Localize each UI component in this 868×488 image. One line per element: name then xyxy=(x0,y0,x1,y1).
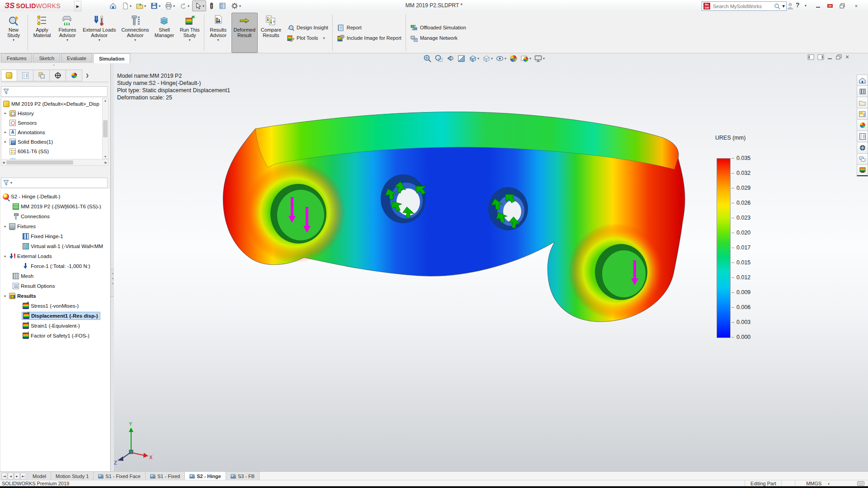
tree-item-external-loads[interactable]: ▾ External Loads xyxy=(1,251,110,261)
tree-item-solid-bodies[interactable]: ▸ Solid Bodies(1) xyxy=(1,137,103,146)
tab-dimxpert-manager[interactable] xyxy=(50,70,66,81)
tree-item-force[interactable]: Force-1 (:Total: -1,000 N:) xyxy=(1,261,110,271)
tree-item-material[interactable]: 6061-T6 (SS) xyxy=(1,146,103,156)
dropdown-arrow[interactable]: ▾ xyxy=(66,38,68,42)
tab-s1-fixed-face[interactable]: S1 - Fixed Face xyxy=(94,472,146,480)
tree-item-fixed-hinge[interactable]: Fixed Hinge-1 xyxy=(1,231,110,241)
minimize-button[interactable] xyxy=(814,2,823,10)
simulation-resources-icon[interactable] xyxy=(857,165,868,176)
study-tree-filter[interactable]: ▾ xyxy=(1,178,108,188)
tree-item-connections[interactable]: Connections xyxy=(1,211,110,221)
view-palette-icon[interactable] xyxy=(857,108,868,120)
tree-item-study-part[interactable]: MM 2019 P2 (-[SW]6061-T6 (SS)-) xyxy=(1,202,110,211)
ribbon-button-compare-results[interactable]: ? Compare Results xyxy=(259,13,283,53)
ribbon-button-report[interactable]: Report xyxy=(337,24,401,32)
ribbon-button-plot-tools[interactable]: Plot Tools ▾ xyxy=(287,34,328,42)
ribbon-button-deformed-result[interactable]: Deformed Result xyxy=(231,13,258,53)
tab-feature-manager[interactable] xyxy=(1,70,17,81)
expander-icon[interactable]: ▸ xyxy=(3,130,8,134)
pane-right-toggle-icon[interactable] xyxy=(817,54,824,60)
previous-view-icon[interactable] xyxy=(445,54,455,63)
tree-item-stress-plot[interactable]: σ Stress1 (-vonMises-) xyxy=(1,301,110,311)
help-button[interactable]: ? xyxy=(796,1,800,9)
zoom-to-area-icon[interactable] xyxy=(434,54,443,63)
pane-close-icon[interactable]: × xyxy=(845,54,849,60)
feature-tree-vertical-scrollbar[interactable]: ▲▼ xyxy=(102,98,108,159)
menu-flyout-arrow[interactable]: ▶ xyxy=(74,1,81,11)
tree-item-sensors[interactable]: Sensors xyxy=(1,118,103,127)
search-box[interactable]: My SW ▾ xyxy=(702,1,787,11)
ribbon-button-new-study[interactable]: New Study ▾ xyxy=(1,13,26,53)
design-library-icon[interactable] xyxy=(857,86,868,97)
performance-pipeline-button[interactable] xyxy=(208,1,216,11)
tree-item-part-root[interactable]: MM 2019 P2 (Default<<Default>_Disp xyxy=(1,99,103,108)
tree-item-strain-plot[interactable]: ε Strain1 (-Equivalent-) xyxy=(1,321,110,331)
tab-s3-fb[interactable]: S3 - FB xyxy=(226,472,259,480)
tab-s1-fixed[interactable]: S1 - Fixed xyxy=(146,472,185,480)
zoom-to-fit-icon[interactable] xyxy=(423,54,432,63)
dropdown-arrow[interactable]: ▾ xyxy=(13,38,14,42)
tree-item-front-plane[interactable]: Front Plane xyxy=(1,156,103,159)
tab-features[interactable]: Features xyxy=(1,53,32,63)
ribbon-button-manage-network[interactable]: Manage Network xyxy=(410,34,466,42)
graphics-viewport[interactable]: Y X Z Model name:MM 2019 P2 Study name:S… xyxy=(114,63,868,471)
tree-item-displacement-plot[interactable]: u Displacement1 (-Res disp-) xyxy=(1,311,110,321)
dropdown-arrow[interactable]: ▾ xyxy=(134,38,136,42)
first-tab-button[interactable]: |◀ xyxy=(1,473,7,479)
solidworks-resources-icon[interactable] xyxy=(857,142,868,154)
tab-property-manager[interactable] xyxy=(17,70,33,81)
tab-s2-hinge[interactable]: S2 - Hinge xyxy=(185,472,226,480)
view-orientation-icon[interactable]: ▾ xyxy=(468,54,480,63)
home-tab-icon[interactable] xyxy=(857,75,868,86)
expander-icon[interactable]: ▾ xyxy=(3,225,7,229)
tab-simulation[interactable]: Simulation xyxy=(93,53,130,63)
ribbon-button-connections-advisor[interactable]: Connections Advisor ▾ xyxy=(119,13,151,53)
ribbon-button-shell-manager[interactable]: Shell Manager xyxy=(152,13,177,53)
view-settings-icon[interactable]: ▾ xyxy=(533,54,545,63)
help-dropdown-arrow[interactable]: ▾ xyxy=(805,4,807,8)
status-keyboard-icon[interactable] xyxy=(854,480,868,487)
model-canvas[interactable]: Y X Z xyxy=(114,63,868,471)
dropdown-arrow[interactable]: ▾ xyxy=(217,38,219,42)
close-button[interactable]: × xyxy=(852,2,861,10)
apply-scene-icon[interactable]: ▾ xyxy=(520,54,532,63)
feature-tree-filter[interactable] xyxy=(1,86,108,97)
ribbon-button-external-loads-advisor[interactable]: External Loads Advisor ▾ xyxy=(80,13,118,53)
open-button[interactable]: ▾ xyxy=(134,1,147,11)
tree-item-result-options[interactable]: Result Options xyxy=(1,281,110,291)
last-tab-button[interactable]: ▶| xyxy=(20,473,26,479)
tree-item-mesh[interactable]: Mesh xyxy=(1,271,110,281)
edit-appearance-icon[interactable] xyxy=(509,54,518,63)
new-document-button[interactable]: ▾ xyxy=(120,1,133,11)
section-view-icon[interactable] xyxy=(457,54,466,63)
panel-tabs-overflow-arrow[interactable]: ❯ xyxy=(82,70,92,81)
tree-item-results[interactable]: ▾ Results xyxy=(1,291,110,301)
search-input[interactable] xyxy=(712,3,772,9)
user-account-icon[interactable] xyxy=(787,2,794,9)
tab-evaluate[interactable]: Evaluate xyxy=(61,53,92,63)
search-icon[interactable] xyxy=(774,3,780,9)
select-tool-button[interactable]: ▾ xyxy=(192,0,206,11)
print-button[interactable]: ▾ xyxy=(163,1,176,11)
tab-model[interactable]: Model xyxy=(28,472,51,480)
tab-configuration-manager[interactable] xyxy=(33,70,50,81)
tab-motion-study-1[interactable]: Motion Study 1 xyxy=(51,472,94,480)
ribbon-button-include-image-for-report[interactable]: Include Image for Report xyxy=(337,34,401,42)
custom-properties-icon[interactable] xyxy=(857,131,868,142)
pane-minimize-icon[interactable] xyxy=(827,54,833,60)
display-style-icon[interactable]: ▾ xyxy=(481,54,493,63)
filter-dropdown-arrow[interactable]: ▾ xyxy=(10,181,12,185)
expander-icon[interactable]: ▸ xyxy=(3,140,8,144)
ribbon-button-apply-material[interactable]: Apply Material xyxy=(30,13,54,53)
tree-item-fos-plot[interactable]: ! Factor of Safety1 (-FOS-) xyxy=(1,331,110,341)
tab-sketch[interactable]: Sketch xyxy=(33,53,60,63)
appearances-icon[interactable] xyxy=(857,120,868,131)
panel-collapse-chevron[interactable]: ⌃ xyxy=(49,64,59,69)
options-button[interactable]: ▾ xyxy=(229,1,242,11)
ribbon-button-fixtures-advisor[interactable]: Fixtures Advisor ▾ xyxy=(55,13,80,53)
ribbon-button-results-advisor[interactable]: Results Advisor ▾ xyxy=(206,13,231,53)
tab-display-manager[interactable] xyxy=(66,70,82,81)
expander-icon[interactable]: ▾ xyxy=(3,254,7,258)
next-tab-button[interactable]: ▶ xyxy=(14,473,20,479)
dropdown-arrow[interactable]: ▾ xyxy=(99,38,100,42)
